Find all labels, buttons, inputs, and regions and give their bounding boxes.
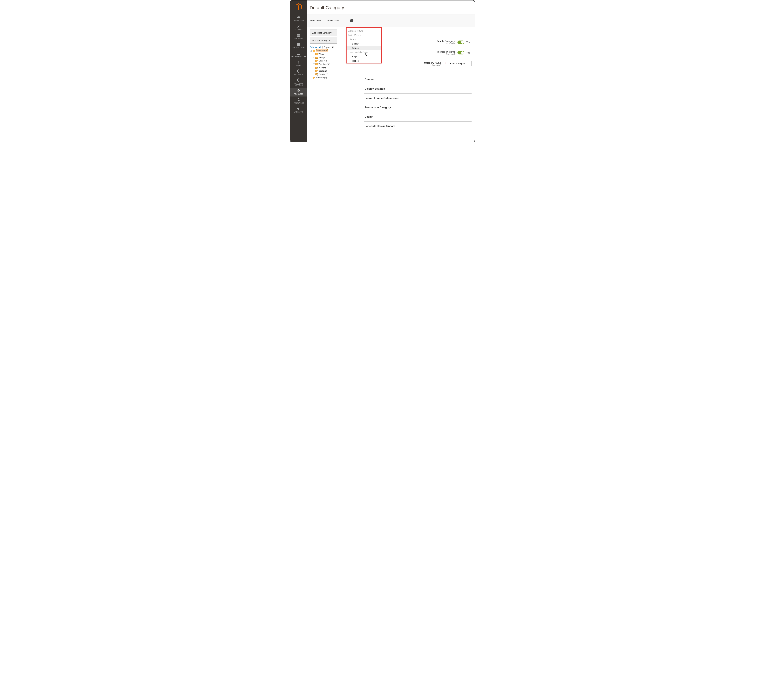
- svg-rect-2: [297, 43, 298, 44]
- tree-node[interactable]: Gear (62): [318, 60, 327, 62]
- hexagon-icon: [290, 69, 307, 73]
- svg-rect-10: [299, 45, 300, 46]
- svg-rect-4: [299, 43, 300, 44]
- grid-icon: [290, 42, 307, 46]
- magento-logo[interactable]: [296, 0, 302, 13]
- folder-icon: [315, 73, 318, 76]
- include-in-menu-value: Yes: [466, 52, 472, 54]
- megaphone-icon: [290, 107, 307, 111]
- nav-dashboard[interactable]: DASHBOARD: [290, 14, 307, 23]
- cursor-pointer-icon: [365, 53, 368, 57]
- folder-icon: [315, 53, 318, 55]
- store-option: All Store Views: [346, 29, 381, 33]
- tree-node[interactable]: Sale (3): [318, 66, 326, 69]
- tree-collapse-icon[interactable]: −: [310, 50, 312, 52]
- dashboard-icon: [290, 16, 307, 19]
- nav-ves-megamenu[interactable]: VES MEGAMENU: [290, 41, 307, 50]
- nav-products[interactable]: PRODUCTS: [290, 88, 307, 97]
- field-scope: [store view]: [424, 64, 441, 66]
- accordion-content[interactable]: Content: [364, 75, 472, 84]
- nav-ves-blog[interactable]: VES BLOG: [290, 23, 307, 32]
- store-scope-bar: Store View: All Store Views ?: [307, 14, 475, 27]
- tree-node[interactable]: Training (10): [318, 63, 330, 65]
- tree-expand-icon[interactable]: +: [313, 53, 315, 55]
- pencil-icon: [290, 24, 307, 28]
- store-view-switcher[interactable]: All Store Views: [325, 20, 342, 22]
- tree-node[interactable]: Trends (1): [318, 73, 328, 76]
- required-asterisk: *: [445, 62, 446, 65]
- store-view-label: Store View:: [310, 19, 321, 22]
- page-title: Default Category: [310, 5, 475, 10]
- folder-icon: [315, 63, 318, 65]
- folder-icon: [315, 57, 318, 58]
- store-option[interactable]: France: [346, 59, 381, 63]
- nav-sales[interactable]: $SALES: [290, 59, 307, 68]
- nav-marketing[interactable]: MARKETING: [290, 105, 307, 115]
- add-subcategory-button[interactable]: Add Subcategory: [310, 37, 337, 44]
- accordion-search-engine-optimization[interactable]: Search Engine Optimization: [364, 94, 472, 103]
- collapse-all-link[interactable]: Collapse All: [310, 46, 321, 49]
- svg-text:$: $: [298, 61, 299, 64]
- tree-node-fashion[interactable]: Fashion (3): [316, 77, 327, 79]
- accordion-design[interactable]: Design: [364, 112, 472, 121]
- admin-sidebar: DASHBOARDVES BLOGVES BRANDVES MEGAMENUVE…: [290, 0, 307, 142]
- tree-expand-icon[interactable]: +: [313, 57, 315, 58]
- include-in-menu-toggle[interactable]: [458, 51, 464, 55]
- svg-rect-9: [298, 45, 299, 46]
- hexagon-icon: [290, 78, 307, 82]
- nav-customers[interactable]: CUSTOMERS: [290, 96, 307, 105]
- field-label: Category Name: [424, 61, 441, 64]
- svg-rect-11: [297, 52, 300, 55]
- folder-icon: [313, 77, 315, 79]
- tree-node[interactable]: Men (7: [318, 56, 325, 58]
- svg-rect-3: [298, 43, 299, 44]
- field-label: Enable Category: [437, 40, 455, 42]
- field-scope: [store view]: [438, 53, 455, 55]
- nav-ves-setup[interactable]: VES SETUP: [290, 68, 307, 77]
- nav-ves-pagebuilder[interactable]: VES PAGEBUILDER: [290, 50, 307, 59]
- svg-rect-7: [299, 44, 300, 45]
- store-view-selected: All Store Views: [325, 20, 339, 22]
- tree-node[interactable]: Deals (1): [318, 70, 327, 72]
- add-root-category-button[interactable]: Add Root Category: [310, 30, 337, 36]
- field-scope: [store view]: [437, 42, 455, 44]
- field-label: Include in Menu: [438, 50, 455, 53]
- category-accordion: ContentDisplay SettingsSearch Engine Opt…: [364, 75, 472, 131]
- svg-rect-8: [297, 45, 298, 46]
- dollar-icon: $: [290, 60, 307, 64]
- caret-up-icon: [340, 20, 342, 21]
- store-option[interactable]: France: [346, 46, 381, 50]
- accordion-schedule-design-update[interactable]: Schedule Design Update: [364, 121, 472, 131]
- layout-icon: [290, 51, 307, 55]
- store-option[interactable]: English: [346, 55, 381, 59]
- svg-point-15: [298, 98, 299, 99]
- tree-node-default-category[interactable]: Default Ca: [316, 49, 328, 52]
- expand-all-link[interactable]: Expand All: [324, 46, 334, 49]
- person-icon: [290, 98, 307, 102]
- help-icon[interactable]: ?: [350, 19, 353, 22]
- enable-category-toggle[interactable]: [458, 41, 464, 44]
- folder-icon: [315, 67, 318, 69]
- store-icon: [290, 33, 307, 37]
- accordion-display-settings[interactable]: Display Settings: [364, 84, 472, 94]
- folder-icon: [313, 50, 315, 52]
- svg-rect-5: [297, 44, 298, 45]
- main-content: Default Category Store View: All Store V…: [307, 0, 475, 142]
- tree-node[interactable]: Wome: [318, 53, 324, 55]
- store-option: Main Website: [346, 33, 381, 37]
- svg-rect-6: [298, 44, 299, 45]
- nav-ves-brand[interactable]: VES BRAND: [290, 32, 307, 41]
- nav-ves-theme-settings[interactable]: VES THEME SETTINGS: [290, 77, 307, 88]
- enable-category-value: Yes: [466, 41, 472, 43]
- store-view-dropdown[interactable]: All Store ViewsMain Websitedemo2EnglishF…: [346, 27, 382, 63]
- accordion-products-in-category[interactable]: Products in Category: [364, 103, 472, 112]
- store-option: Main Website Store: [346, 50, 381, 55]
- box-icon: [290, 89, 307, 93]
- category-name-input[interactable]: [447, 61, 472, 66]
- store-option[interactable]: English: [346, 42, 381, 46]
- folder-icon: [315, 60, 318, 62]
- tree-expand-icon[interactable]: +: [313, 63, 315, 65]
- folder-icon: [315, 70, 318, 72]
- store-option: demo2: [346, 37, 381, 42]
